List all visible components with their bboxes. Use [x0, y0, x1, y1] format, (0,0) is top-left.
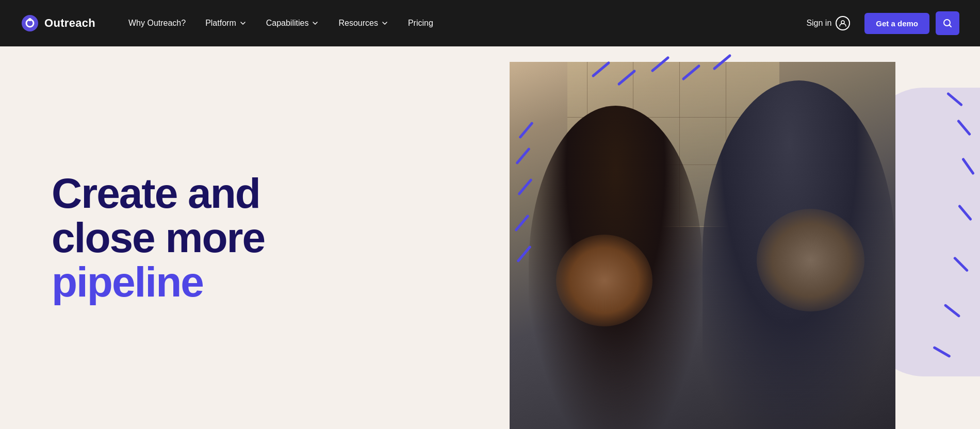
navbar: Outreach Why Outreach? Platform Capabili… [0, 0, 980, 46]
nav-capabilities[interactable]: Capabilities [258, 14, 328, 32]
get-demo-button[interactable]: Get a demo [864, 13, 929, 34]
hero-headline: Create and close more pipeline [52, 171, 479, 304]
hero-section: Create and close more pipeline [0, 46, 980, 429]
nav-platform[interactable]: Platform [197, 14, 255, 32]
nav-why-outreach[interactable]: Why Outreach? [120, 14, 194, 32]
nav-right: Sign in Get a demo [798, 11, 959, 35]
user-icon [836, 16, 850, 30]
hero-image-area [510, 46, 980, 429]
svg-point-3 [841, 21, 844, 24]
capabilities-chevron-icon [312, 20, 319, 27]
svg-point-2 [28, 18, 31, 21]
nav-links: Why Outreach? Platform Capabilities Reso… [120, 14, 798, 32]
face-left [556, 235, 652, 326]
hero-line1: Create and [52, 170, 260, 217]
hero-text: Create and close more pipeline [0, 46, 510, 429]
nav-resources[interactable]: Resources [330, 14, 396, 32]
user-svg [839, 19, 847, 27]
resources-chevron-icon [381, 20, 388, 27]
logo-link[interactable]: Outreach [21, 14, 95, 32]
platform-chevron-icon [239, 20, 247, 27]
sign-in-button[interactable]: Sign in [798, 12, 858, 35]
photo-inner [510, 62, 895, 429]
search-icon [942, 18, 953, 28]
outreach-logo-icon [21, 14, 39, 32]
logo-text: Outreach [44, 16, 95, 30]
face-right [757, 209, 864, 311]
hero-line2: close more [52, 214, 265, 261]
search-button[interactable] [936, 11, 959, 35]
hero-highlight: pipeline [52, 258, 203, 305]
hero-photo [510, 62, 895, 429]
nav-pricing[interactable]: Pricing [400, 14, 442, 32]
svg-point-0 [22, 15, 38, 31]
